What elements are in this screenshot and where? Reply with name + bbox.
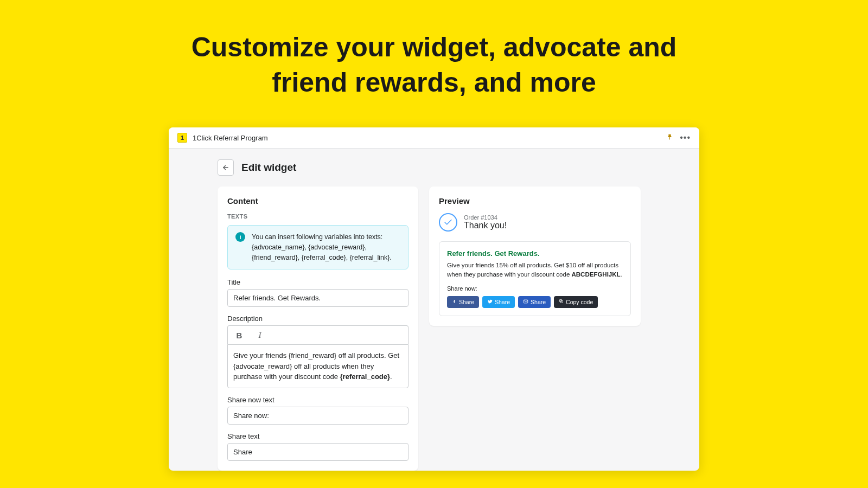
app-body: Edit widget Content TEXTS i You can inse… xyxy=(169,149,699,471)
email-icon xyxy=(523,299,528,305)
app-window: 1 1Click Referral Program ••• Edit widge… xyxy=(169,127,699,471)
twitter-share-button[interactable]: Share xyxy=(482,296,515,308)
copy-code-button[interactable]: Copy code xyxy=(554,296,598,308)
preview-widget: Refer friends. Get Rewards. Give your fr… xyxy=(439,241,631,316)
facebook-icon xyxy=(452,299,457,305)
rte-toolbar: B I xyxy=(227,325,409,344)
description-suffix: . xyxy=(390,373,392,381)
thank-you-text: Thank you! xyxy=(464,221,507,230)
texts-subheading: TEXTS xyxy=(227,213,409,220)
preview-widget-desc: Give your friends 15% off all products. … xyxy=(447,261,623,280)
share-now-label: Share now text xyxy=(227,396,409,404)
copy-icon xyxy=(559,299,564,305)
share-now-input[interactable] xyxy=(227,407,409,425)
preview-heading: Preview xyxy=(439,196,631,206)
preview-card: Preview Order #1034 Thank you! Refer fri… xyxy=(429,187,641,326)
bold-button[interactable]: B xyxy=(233,329,245,341)
hero-section: Customize your widget, advocate and frie… xyxy=(0,0,868,117)
more-icon[interactable]: ••• xyxy=(680,133,691,143)
share-buttons: Share Share Share Copy code xyxy=(447,296,623,308)
email-share-button[interactable]: Share xyxy=(518,296,551,308)
pin-icon[interactable] xyxy=(666,133,673,142)
italic-button[interactable]: I xyxy=(254,329,266,341)
content-heading: Content xyxy=(227,196,409,206)
preview-share-now: Share now: xyxy=(447,285,623,292)
facebook-share-button[interactable]: Share xyxy=(447,296,479,308)
app-header: 1 1Click Referral Program ••• xyxy=(169,127,699,149)
share-text-input[interactable] xyxy=(227,443,409,461)
checkmark-icon xyxy=(439,213,457,232)
app-header-actions: ••• xyxy=(666,133,691,143)
info-banner: i You can insert following variables int… xyxy=(227,225,409,269)
back-button[interactable] xyxy=(218,159,234,176)
app-title: 1Click Referral Program xyxy=(193,134,268,142)
page-title: Edit widget xyxy=(241,162,296,174)
description-code: {referral_code} xyxy=(340,373,391,381)
content-card: Content TEXTS i You can insert following… xyxy=(218,187,418,471)
page-header: Edit widget xyxy=(218,159,650,176)
order-header: Order #1034 Thank you! xyxy=(439,213,631,232)
title-label: Title xyxy=(227,278,409,286)
title-input[interactable] xyxy=(227,289,409,307)
share-text-label: Share text xyxy=(227,432,409,440)
twitter-icon xyxy=(487,299,493,305)
preview-widget-title: Refer friends. Get Rewards. xyxy=(447,249,623,258)
info-text: You can insert following variables into … xyxy=(252,232,400,262)
order-number: Order #1034 xyxy=(464,214,507,221)
app-badge: 1 xyxy=(177,133,187,143)
description-editor[interactable]: Give your friends {friend_reward} off al… xyxy=(227,344,409,388)
columns: Content TEXTS i You can insert following… xyxy=(218,187,650,471)
description-label: Description xyxy=(227,314,409,323)
info-icon: i xyxy=(235,232,245,242)
hero-headline: Customize your widget, advocate and frie… xyxy=(190,30,678,100)
